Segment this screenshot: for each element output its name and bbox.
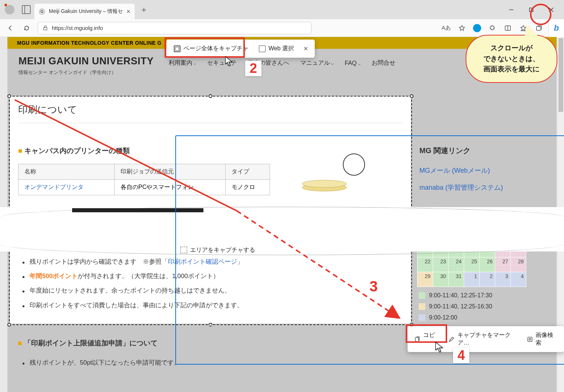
bing-sidebar-button[interactable]: b (548, 19, 564, 37)
lens-icon (527, 336, 533, 342)
area-icon (180, 247, 187, 253)
close-capture-icon[interactable]: × (300, 44, 312, 53)
image-search-button[interactable]: 画像検索 (523, 329, 561, 349)
split-screen-icon[interactable] (503, 24, 512, 33)
maximize-button[interactable] (521, 3, 541, 16)
favicon-icon: G (39, 9, 45, 15)
profile-icon[interactable] (5, 5, 14, 14)
url-text: https://st.mguolg.info (52, 25, 103, 31)
address-bar[interactable]: https://st.mguolg.info (38, 22, 311, 34)
back-button[interactable] (5, 23, 16, 33)
fullpage-icon (174, 45, 180, 52)
handle-bl[interactable] (7, 323, 11, 327)
capture-toolbar: エリアをキャプチャする ページ全体をキャプチャ Web 選択 × (166, 40, 315, 58)
new-tab-button[interactable]: ＋ (140, 4, 148, 15)
extensions-icon[interactable] (488, 24, 497, 33)
svg-rect-1 (529, 8, 533, 11)
web-select-button[interactable]: Web 選択 (254, 42, 298, 55)
svg-rect-16 (415, 337, 419, 341)
step-badge-3: 3 (365, 278, 382, 295)
cursor-icon (225, 56, 234, 68)
scrollbar-thumb[interactable] (558, 38, 563, 112)
favorite-icon[interactable] (457, 24, 466, 33)
copy-icon (414, 336, 420, 342)
cursor-icon (435, 342, 445, 354)
pen-icon (449, 336, 455, 342)
reader-mode-icon[interactable]: Aあ (442, 24, 451, 31)
callout-bubble: スクロールが できないときは、 画面表示を最大に (466, 35, 557, 83)
svg-rect-4 (44, 28, 47, 30)
copy-toolbar: コピー キャプチャをマークア… 画像検索 (408, 326, 564, 352)
step-badge-2: 2 (245, 61, 261, 76)
lock-icon (43, 25, 48, 31)
browser-tab[interactable]: G Meiji Gakuin University – 情報セ × (34, 4, 135, 19)
skype-icon[interactable] (473, 24, 481, 32)
handle-tl[interactable] (7, 94, 11, 98)
close-window-button[interactable] (541, 3, 561, 16)
handle-tm[interactable] (209, 94, 212, 98)
step-badge-4: 4 (453, 348, 469, 363)
close-tab-icon[interactable]: × (126, 8, 131, 16)
handle-tr[interactable] (410, 94, 413, 98)
tablist-icon[interactable] (22, 5, 31, 14)
svg-point-18 (529, 338, 531, 340)
webselect-icon (259, 45, 266, 52)
minimize-button[interactable] (501, 3, 521, 16)
tab-title: Meiji Gakuin University – 情報セ (49, 8, 123, 15)
svg-rect-17 (528, 337, 532, 341)
markup-button[interactable]: キャプチャをマークア… (445, 329, 521, 349)
refresh-button[interactable] (21, 23, 32, 33)
capture-full-button[interactable]: ページ全体をキャプチャ (169, 42, 253, 55)
